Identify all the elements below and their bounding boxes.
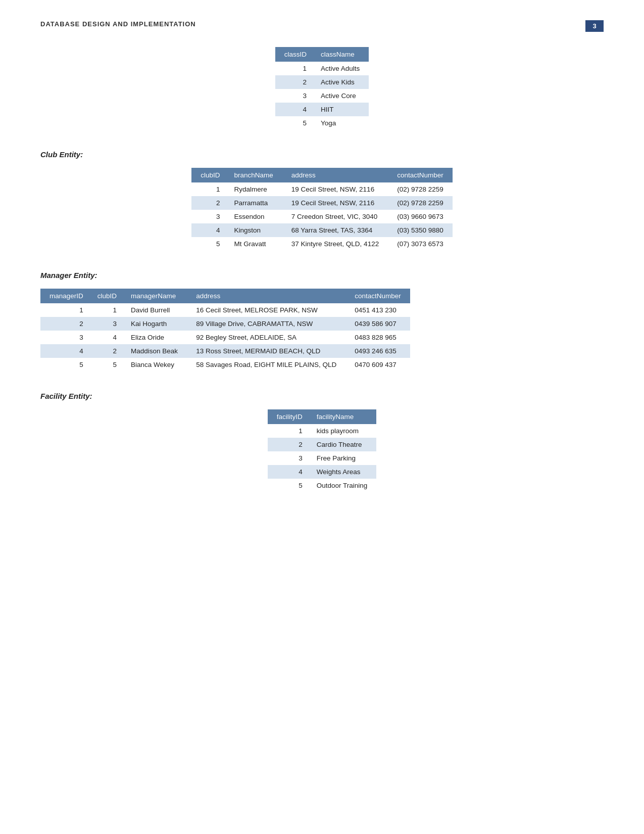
table-row: 3 Free Parking <box>268 451 377 465</box>
club-contact-cell: (07) 3073 6573 <box>388 237 453 251</box>
mgr-col-contact: contactNumber <box>345 289 410 303</box>
class-name-cell: HIIT <box>312 103 369 116</box>
club-branch-cell: Rydalmere <box>225 182 282 196</box>
mgr-name-cell: Eliza Oride <box>122 331 187 344</box>
table-row: 4 2 Maddison Beak 13 Ross Street, MERMAI… <box>40 344 410 358</box>
class-name-cell: Active Adults <box>312 62 369 75</box>
club-contact-cell: (02) 9728 2259 <box>388 182 453 196</box>
mgr-col-clubid: clubID <box>88 289 122 303</box>
fac-col-id: facilityID <box>268 409 308 424</box>
class-id-cell: 5 <box>275 116 312 130</box>
table-row: 1 Rydalmere 19 Cecil Street, NSW, 2116 (… <box>191 182 453 196</box>
manager-table: managerID clubID managerName address con… <box>40 289 410 372</box>
club-id-cell: 3 <box>191 210 225 223</box>
club-col-id: clubID <box>191 168 225 182</box>
mgr-contact-cell: 0493 246 635 <box>345 344 410 358</box>
table-row: 2 Active Kids <box>275 75 369 89</box>
fac-id-cell: 1 <box>268 424 308 438</box>
table-row: 2 Parramatta 19 Cecil Street, NSW, 2116 … <box>191 196 453 210</box>
table-row: 2 3 Kai Hogarth 89 Village Drive, CABRAM… <box>40 317 410 331</box>
class-name-cell: Active Kids <box>312 75 369 89</box>
club-col-address: address <box>282 168 388 182</box>
club-branch-cell: Essendon <box>225 210 282 223</box>
club-address-cell: 68 Yarra Street, TAS, 3364 <box>282 223 388 237</box>
fac-id-cell: 3 <box>268 451 308 465</box>
club-contact-cell: (03) 9660 9673 <box>388 210 453 223</box>
club-contact-cell: (03) 5350 9880 <box>388 223 453 237</box>
club-table: clubID branchName address contactNumber … <box>191 168 453 251</box>
page-title: DATABASE DESIGN AND IMPLEMENTATION <box>40 20 196 28</box>
club-branch-cell: Parramatta <box>225 196 282 210</box>
class-id-cell: 4 <box>275 103 312 116</box>
mgr-name-cell: Bianca Wekey <box>122 358 187 372</box>
table-row: 4 HIIT <box>275 103 369 116</box>
table-row: 4 Kingston 68 Yarra Street, TAS, 3364 (0… <box>191 223 453 237</box>
club-section: Club Entity: clubID branchName address c… <box>40 150 604 251</box>
fac-col-name: facilityName <box>308 409 377 424</box>
class-table: classID className 1 Active Adults 2 Acti… <box>275 47 369 130</box>
mgr-contact-cell: 0470 609 437 <box>345 358 410 372</box>
page-header: DATABASE DESIGN AND IMPLEMENTATION 3 <box>40 20 604 32</box>
club-address-cell: 37 Kintyre Street, QLD, 4122 <box>282 237 388 251</box>
mgr-address-cell: 92 Begley Street, ADELAIDE, SA <box>187 331 345 344</box>
mgr-name-cell: Kai Hogarth <box>122 317 187 331</box>
club-address-cell: 19 Cecil Street, NSW, 2116 <box>282 182 388 196</box>
table-row: 4 Weights Areas <box>268 465 377 479</box>
table-row: 5 Mt Gravatt 37 Kintyre Street, QLD, 412… <box>191 237 453 251</box>
club-branch-cell: Mt Gravatt <box>225 237 282 251</box>
table-row: 5 5 Bianca Wekey 58 Savages Road, EIGHT … <box>40 358 410 372</box>
class-id-cell: 3 <box>275 89 312 103</box>
club-address-cell: 7 Creedon Street, VIC, 3040 <box>282 210 388 223</box>
club-col-branch: branchName <box>225 168 282 182</box>
mgr-id-cell: 3 <box>40 331 88 344</box>
club-section-title: Club Entity: <box>40 150 604 159</box>
facility-table-wrapper: facilityID facilityName 1 kids playroom … <box>40 409 604 492</box>
manager-table-wrapper: managerID clubID managerName address con… <box>40 289 604 372</box>
mgr-id-cell: 2 <box>40 317 88 331</box>
page-number: 3 <box>585 20 604 32</box>
mgr-name-cell: David Burrell <box>122 303 187 317</box>
club-id-cell: 2 <box>191 196 225 210</box>
fac-name-cell: Cardio Theatre <box>308 438 377 451</box>
mgr-clubid-cell: 2 <box>88 344 122 358</box>
class-col-id: classID <box>275 47 312 62</box>
manager-section-title: Manager Entity: <box>40 271 604 280</box>
club-id-cell: 1 <box>191 182 225 196</box>
mgr-address-cell: 13 Ross Street, MERMAID BEACH, QLD <box>187 344 345 358</box>
mgr-id-cell: 5 <box>40 358 88 372</box>
mgr-id-cell: 1 <box>40 303 88 317</box>
mgr-contact-cell: 0451 413 230 <box>345 303 410 317</box>
class-section: classID className 1 Active Adults 2 Acti… <box>40 47 604 130</box>
table-row: 3 Active Core <box>275 89 369 103</box>
fac-name-cell: kids playroom <box>308 424 377 438</box>
table-row: 1 1 David Burrell 16 Cecil Street, MELRO… <box>40 303 410 317</box>
club-address-cell: 19 Cecil Street, NSW, 2116 <box>282 196 388 210</box>
mgr-address-cell: 16 Cecil Street, MELROSE PARK, NSW <box>187 303 345 317</box>
fac-id-cell: 4 <box>268 465 308 479</box>
mgr-contact-cell: 0483 828 965 <box>345 331 410 344</box>
mgr-col-address: address <box>187 289 345 303</box>
club-id-cell: 4 <box>191 223 225 237</box>
table-row: 1 kids playroom <box>268 424 377 438</box>
mgr-clubid-cell: 3 <box>88 317 122 331</box>
club-col-contact: contactNumber <box>388 168 453 182</box>
fac-name-cell: Outdoor Training <box>308 479 377 492</box>
mgr-clubid-cell: 1 <box>88 303 122 317</box>
fac-id-cell: 5 <box>268 479 308 492</box>
table-row: 1 Active Adults <box>275 62 369 75</box>
class-col-name: className <box>312 47 369 62</box>
mgr-name-cell: Maddison Beak <box>122 344 187 358</box>
class-name-cell: Yoga <box>312 116 369 130</box>
mgr-col-id: managerID <box>40 289 88 303</box>
facility-section-title: Facility Entity: <box>40 392 604 400</box>
manager-section: Manager Entity: managerID clubID manager… <box>40 271 604 372</box>
club-table-wrapper: clubID branchName address contactNumber … <box>40 168 604 251</box>
fac-name-cell: Weights Areas <box>308 465 377 479</box>
mgr-id-cell: 4 <box>40 344 88 358</box>
table-row: 3 Essendon 7 Creedon Street, VIC, 3040 (… <box>191 210 453 223</box>
mgr-contact-cell: 0439 586 907 <box>345 317 410 331</box>
facility-table: facilityID facilityName 1 kids playroom … <box>268 409 377 492</box>
mgr-clubid-cell: 5 <box>88 358 122 372</box>
class-id-cell: 1 <box>275 62 312 75</box>
fac-name-cell: Free Parking <box>308 451 377 465</box>
